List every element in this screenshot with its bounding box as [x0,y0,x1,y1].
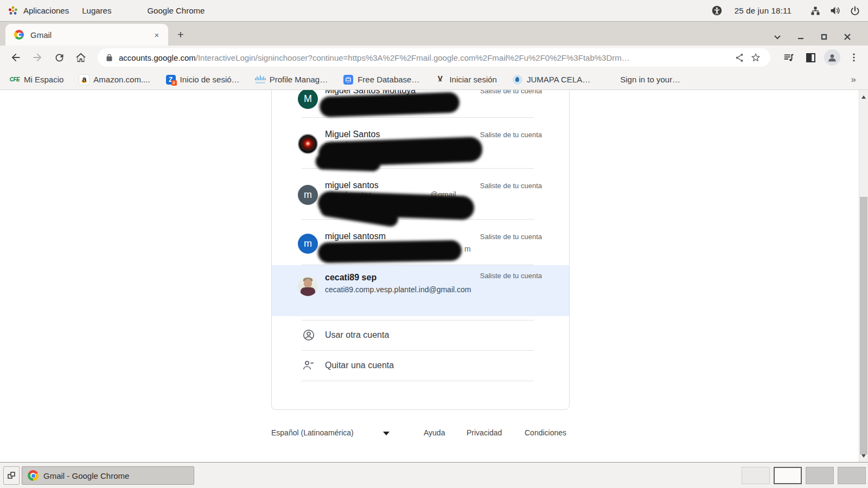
profile-avatar-chip [824,49,840,66]
reload-button[interactable] [50,48,68,67]
google-favicon [14,30,24,40]
address-bar[interactable]: accounts.google.com/InteractiveLogin/sig… [98,48,770,67]
bookmark-mi-espacio[interactable]: CFE Mi Espacio [9,72,65,87]
account-status: Saliste de tu cuenta [480,272,542,280]
network-icon[interactable] [810,5,821,16]
bookmark-sign-in[interactable]: Sign in to your… [605,72,681,87]
workspace-2-active[interactable] [774,467,802,484]
power-icon[interactable] [850,5,860,16]
redaction-scribble [318,240,462,264]
applications-menu[interactable]: Aplicaciones [8,5,69,16]
language-selector[interactable]: Español (Latinoamérica) [271,428,354,437]
scroll-up-arrow-icon[interactable] [861,93,866,99]
bookmark-jumapa[interactable]: JUMAPA CELA… [512,72,591,87]
accessibility-icon[interactable] [711,5,723,16]
account-row-miguel-santos[interactable]: Miguel Santos Saliste de tu cuenta migue… [272,118,569,168]
top-panel: Aplicaciones Lugares Google Chrome 25 de… [0,0,868,22]
profile-avatar[interactable] [824,49,841,66]
url-text: accounts.google.com/InteractiveLogin/sig… [119,53,731,62]
forward-button[interactable] [28,48,47,67]
home-button[interactable] [72,48,90,67]
chrome-icon [28,470,39,481]
bookmark-profile-manager[interactable]: cisco Profile Manag… [254,72,329,87]
account-row-miguel-santosm[interactable]: m miguel santosm Saliste de tu cuenta m [272,220,569,265]
account-row-cecati89-selected[interactable]: cecati89 sep Saliste de tu cuenta cecati… [272,265,569,316]
email-fragment: m [464,245,471,253]
account-email: cecati89.comp.vesp.plantel.ind@gmail.com [325,285,483,295]
account-status: Saliste de tu cuenta [480,90,542,95]
places-menu[interactable]: Lugares [82,6,111,15]
v-logo-icon: V▔▔ [435,75,445,85]
bookmark-free-database[interactable]: Free Database… [342,72,420,87]
bottom-taskbar: Gmail - Google Chrome [0,462,868,488]
redaction-scribble [319,92,459,118]
share-icon[interactable] [731,49,748,66]
maximize-icon[interactable] [820,33,828,41]
taskbar-window-button[interactable]: Gmail - Google Chrome [22,466,194,485]
language-caret-icon[interactable] [383,432,390,439]
url-host: accounts.google.com [119,53,196,62]
window-controls [773,33,868,46]
active-window-menu[interactable]: Google Chrome [147,6,205,15]
avatar-hal-photo [298,134,318,154]
bookmark-amazon[interactable]: a Amazon.com.... [78,72,151,87]
z2-icon: Z2 [166,75,176,85]
page-viewport: M Miguel Santos Montoya Saliste de tu cu… [0,90,868,462]
page-footer: Español (Latinoamérica) Ayuda Privacidad… [271,427,571,440]
applications-icon [8,5,18,16]
account-status: Saliste de tu cuenta [480,182,542,190]
workspace-3[interactable] [806,467,834,484]
redaction-scribble [317,191,474,220]
volume-icon[interactable] [829,5,841,16]
scroll-down-arrow-icon[interactable] [861,454,866,460]
avatar-initial-m: m [298,234,318,254]
help-link[interactable]: Ayuda [424,428,445,437]
avatar-initial-M: M [298,90,318,109]
new-tab-button[interactable]: + [173,27,189,43]
avatar-profile-photo [298,276,318,296]
row-divider [302,381,534,381]
person-remove-icon [302,359,315,374]
account-name: cecati89 sep [325,273,376,282]
avatar-initial-m: m [298,185,318,205]
url-path: /InteractiveLogin/signinchooser?continue… [196,53,630,62]
account-row-miguel-santos-2[interactable]: m miguel santos Saliste de tu cuenta mig… [272,169,569,219]
workspace-1[interactable] [742,467,770,484]
tab-gmail[interactable]: Gmail × [5,24,168,46]
terms-link[interactable]: Condiciones [525,428,566,437]
cisco-icon: cisco [256,75,265,85]
workspace-4[interactable] [838,467,866,484]
person-circle-icon [302,329,315,344]
privacy-link[interactable]: Privacidad [467,428,502,437]
account-status: Saliste de tu cuenta [480,131,542,139]
tab-close-icon[interactable]: × [151,29,163,41]
bookmark-star-icon[interactable] [748,49,764,66]
reading-list-icon[interactable] [780,49,797,66]
show-desktop-button[interactable] [3,466,20,485]
account-status: Saliste de tu cuenta [480,233,542,241]
minimize-icon[interactable] [796,33,805,41]
menu-icon[interactable] [845,49,863,66]
use-another-account-row[interactable]: Usar otra cuenta [272,320,569,350]
panel-status-area: 25 de jun 18:11 [711,5,860,16]
vertical-scrollbar[interactable] [859,90,868,462]
back-button[interactable] [7,48,25,67]
tab-strip: Gmail × + [0,22,868,46]
account-name: Miguel Santos [325,130,380,139]
remove-account-row[interactable]: Quitar una cuenta [272,351,569,381]
scrollbar-thumb[interactable] [860,197,867,454]
close-window-icon[interactable] [843,33,852,41]
workspace-switcher [742,467,866,484]
active-window-label: Google Chrome [147,6,205,15]
account-row-miguel-santos-montoya[interactable]: M Miguel Santos Montoya Saliste de tu cu… [272,90,569,117]
tab-search-chevron-icon[interactable] [773,33,782,41]
lock-icon [105,54,113,62]
bookmark-inicio-de-sesion[interactable]: Z2 Inicio de sesió… [165,72,241,87]
side-panel-icon[interactable] [802,49,819,66]
microsoft-icon [606,75,616,85]
account-name: miguel santosm [325,232,386,241]
bookmarks-overflow-chevron[interactable]: » [851,74,859,85]
clock[interactable]: 25 de jun 18:11 [735,6,792,15]
taskbar-window-label: Gmail - Google Chrome [43,471,129,480]
bookmark-iniciar-sesion[interactable]: V▔▔ Iniciar sesión [434,72,498,87]
